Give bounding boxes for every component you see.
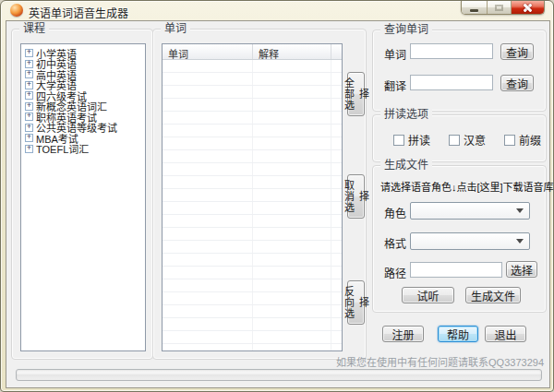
- list-cell: [253, 202, 331, 214]
- path-input[interactable]: [410, 262, 502, 278]
- expand-plus-icon[interactable]: +: [25, 134, 33, 142]
- chevron-down-icon: [516, 239, 524, 244]
- checkbox-box[interactable]: [504, 135, 515, 146]
- choose-path-button[interactable]: 选择: [506, 261, 537, 278]
- list-row: [163, 267, 342, 279]
- generate-group-title: 生成文件: [380, 159, 432, 172]
- list-cell: [163, 202, 253, 214]
- list-cell: [331, 241, 342, 253]
- list-row: [163, 228, 342, 241]
- course-tree[interactable]: +小学英语+初中英语+高中英语+大学英语+四六级考试+新概念英语词汇+职称英语考…: [20, 43, 146, 351]
- download-voice-link[interactable]: 点击[这里]下载语音库: [457, 179, 554, 194]
- list-cell: [253, 112, 331, 124]
- expand-plus-icon[interactable]: +: [25, 91, 33, 100]
- query-word-button[interactable]: 查询: [500, 43, 534, 60]
- checkbox-汉意[interactable]: 汉意: [449, 132, 486, 148]
- list-row: [163, 163, 342, 176]
- expand-plus-icon[interactable]: +: [25, 60, 33, 68]
- minimize-button[interactable]: [462, 1, 488, 15]
- checkbox-拼读[interactable]: 拼读: [393, 132, 430, 148]
- list-row: [163, 215, 342, 228]
- tree-item[interactable]: +TOEFL词汇: [23, 144, 143, 155]
- list-cell: [331, 228, 342, 240]
- list-cell: [253, 137, 331, 149]
- list-cell: [331, 254, 342, 266]
- list-row: [163, 305, 342, 318]
- list-cell: [163, 267, 253, 279]
- list-cell: [163, 279, 253, 291]
- column-header-word[interactable]: 单词: [163, 44, 253, 59]
- preview-button[interactable]: 试听: [402, 287, 454, 303]
- window-title: 英语单词语音生成器: [29, 5, 128, 20]
- chevron-down-icon: [516, 208, 524, 213]
- checkbox-前缀[interactable]: 前缀: [504, 132, 541, 148]
- expand-plus-icon[interactable]: +: [25, 102, 33, 111]
- list-cell: [331, 344, 342, 350]
- cancel-selection-button[interactable]: 取消选择: [347, 174, 365, 219]
- list-cell: [331, 60, 342, 72]
- app-window: 英语单词语音生成器 课程 +小学英语+初中英语+高中英语+大学英语+四六级考试+…: [0, 0, 554, 392]
- list-cell: [253, 86, 331, 98]
- contact-text: 如果您在使用中有任何问题请联系QQ3373294: [336, 354, 544, 369]
- role-dropdown[interactable]: [410, 202, 530, 220]
- expand-plus-icon[interactable]: +: [25, 49, 33, 57]
- list-cell: [331, 331, 342, 343]
- list-cell: [253, 176, 331, 188]
- help-button[interactable]: 帮助: [438, 326, 478, 342]
- list-cell: [331, 176, 342, 188]
- list-cell: [163, 86, 253, 98]
- select-all-button[interactable]: 全部选择: [347, 72, 365, 116]
- list-cell: [163, 60, 253, 72]
- list-row: [163, 73, 342, 86]
- list-cell: [163, 241, 253, 253]
- word-list-body: [163, 60, 342, 350]
- checkbox-box[interactable]: [393, 135, 404, 146]
- translation-input[interactable]: [410, 75, 493, 90]
- path-label: 路径: [384, 265, 406, 280]
- column-header-meaning[interactable]: 解释: [253, 44, 331, 59]
- list-cell: [163, 112, 253, 124]
- format-label: 格式: [384, 235, 406, 251]
- expand-plus-icon[interactable]: +: [25, 81, 33, 89]
- list-cell: [253, 189, 331, 201]
- window-content: 课程 +小学英语+初中英语+高中英语+大学英语+四六级考试+新概念英语词汇+职称…: [6, 20, 550, 388]
- exit-button[interactable]: 退出: [485, 326, 526, 342]
- list-cell: [331, 267, 342, 279]
- list-cell: [163, 163, 253, 175]
- list-cell: [163, 305, 253, 317]
- invert-selection-button[interactable]: 反向选择: [347, 280, 365, 325]
- close-icon: [523, 4, 532, 12]
- maximize-button[interactable]: [488, 1, 512, 15]
- word-list[interactable]: 单词 解释: [162, 43, 343, 351]
- list-cell: [163, 318, 253, 330]
- close-button[interactable]: [512, 1, 544, 15]
- column-header-extra: [331, 44, 342, 59]
- list-cell: [331, 202, 342, 214]
- word-input[interactable]: [410, 43, 493, 59]
- format-dropdown[interactable]: [410, 232, 530, 250]
- expand-plus-icon[interactable]: +: [25, 113, 33, 121]
- translation-label: 翻译: [384, 77, 406, 93]
- list-cell: [253, 163, 331, 175]
- list-cell: [253, 331, 331, 343]
- expand-plus-icon[interactable]: +: [25, 70, 33, 78]
- generate-file-button[interactable]: 生成文件: [465, 287, 521, 303]
- checkbox-box[interactable]: [449, 135, 460, 146]
- titlebar: 英语单词语音生成器: [1, 1, 553, 20]
- words-group-title: 单词: [161, 22, 190, 35]
- list-cell: [163, 344, 253, 350]
- list-cell: [163, 215, 253, 227]
- list-cell: [253, 344, 331, 350]
- list-cell: [163, 125, 253, 137]
- list-cell: [163, 99, 253, 111]
- expand-plus-icon[interactable]: +: [25, 124, 33, 132]
- query-translation-button[interactable]: 查询: [500, 75, 534, 91]
- list-row: [163, 279, 342, 292]
- list-cell: [163, 228, 253, 240]
- register-button[interactable]: 注册: [382, 326, 424, 342]
- list-cell: [253, 241, 331, 253]
- minimize-icon: [470, 9, 478, 12]
- list-row: [163, 176, 342, 189]
- expand-plus-icon[interactable]: +: [25, 145, 33, 153]
- list-row: [163, 137, 342, 150]
